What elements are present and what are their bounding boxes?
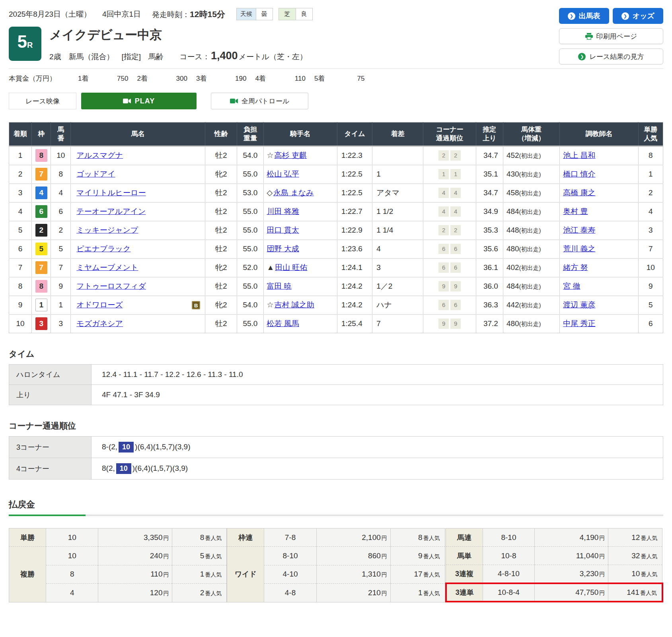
- horse-name-link[interactable]: ミッキージャンプ: [76, 225, 138, 235]
- carried-weight-cell: 55.0: [237, 221, 263, 240]
- popularity-value: 1: [418, 588, 423, 597]
- frame-badge: 7: [35, 168, 47, 181]
- table-row: 466テーオーアルアイン牡255.0川田 将雅1:22.71 1/24434.9…: [9, 202, 663, 221]
- carried-weight-cell: 53.0: [237, 184, 263, 202]
- print-page-button[interactable]: 印刷用ページ: [559, 28, 663, 44]
- trainer-link[interactable]: 緒方 努: [563, 263, 588, 272]
- trainer-link[interactable]: 宮 徹: [563, 282, 580, 290]
- agari-value: 4F 47.1 - 3F 34.9: [92, 385, 663, 405]
- payout-row: 単勝103,350円8番人気: [9, 528, 227, 547]
- horse-name-link[interactable]: マイリトルヒーロー: [76, 188, 146, 198]
- race-title-block: メイクデビュー中京 2歳 新馬（混合） [指定] 馬齢 コース：1,400メート…: [49, 27, 307, 62]
- horse-name-wrap: オドワローズB: [76, 300, 200, 310]
- combination-cell: 4-8-10: [483, 565, 535, 583]
- prize-place: 4着: [255, 74, 265, 83]
- trainer-link[interactable]: 中尾 秀正: [563, 319, 595, 328]
- race-date: 2025年8月23日（土曜）: [9, 9, 91, 19]
- odds-button[interactable]: ❯オッズ: [613, 8, 663, 24]
- entries-button[interactable]: ❯出馬表: [559, 8, 609, 24]
- frame-cell: 7: [32, 165, 51, 184]
- jockey-cell: 松山 弘平: [263, 165, 337, 184]
- corner-positions: 44: [425, 188, 474, 198]
- popularity-value: 141: [627, 588, 639, 596]
- amount-value: 4,190: [580, 533, 599, 542]
- popularity-value: 5: [200, 552, 205, 560]
- trainer-link[interactable]: 渡辺 薫彦: [563, 301, 595, 309]
- body-weight-value: 452: [506, 151, 519, 159]
- corner-positions: 99: [425, 318, 474, 329]
- prize-amount: 300: [148, 75, 187, 83]
- payout-amount-cell: 47,750円: [535, 583, 608, 602]
- horse-name-link[interactable]: テーオーアルアイン: [76, 206, 146, 217]
- body-weight-value: 480: [506, 245, 519, 253]
- jockey-link[interactable]: 吉村 誠之助: [275, 301, 314, 309]
- payout-row: 枠連7-82,100円8番人気: [227, 528, 445, 547]
- jockey-link[interactable]: 田口 貫太: [267, 226, 299, 234]
- amount-value: 210: [368, 588, 381, 597]
- amount-value: 120: [150, 588, 163, 597]
- horse-number-cell: 6: [51, 202, 71, 221]
- payout-popularity-cell: 5番人気: [172, 547, 227, 565]
- prize-item: 4着110: [255, 74, 314, 83]
- payout-amount-cell: 11,040円: [535, 547, 608, 565]
- horse-name-link[interactable]: ゴッドアイ: [76, 169, 115, 179]
- jockey-link[interactable]: 富田 暁: [267, 282, 292, 290]
- horse-name-link[interactable]: ミヤムーブメント: [76, 262, 138, 273]
- payout-table: 馬連8-104,190円12番人気馬単10-811,040円32番人気3連複4-…: [445, 528, 663, 602]
- combination-cell: 8-10: [483, 528, 535, 547]
- race-meeting: 4回中京1日: [102, 9, 141, 19]
- frame-cell: 8: [32, 277, 51, 296]
- patrol-video-button[interactable]: 全周パトロール: [211, 93, 308, 109]
- video-camera-icon: [230, 98, 238, 104]
- rank-cell: 7: [9, 258, 32, 277]
- corner-pass-cell: 66: [423, 240, 476, 258]
- jockey-wrap: ◇永島 まなみ: [267, 188, 335, 198]
- jockey-link[interactable]: 松山 弘平: [267, 170, 299, 178]
- trainer-link[interactable]: 荒川 義之: [563, 245, 595, 253]
- horse-name-link[interactable]: アルスマグナ: [76, 150, 123, 161]
- corner-position-box: 6: [450, 300, 461, 310]
- popularity-cell: 6: [638, 315, 663, 333]
- page-action-buttons: ❯出馬表 ❯オッズ 印刷用ページ ❯レース結果の見方: [559, 8, 663, 64]
- trainer-link[interactable]: 奥村 豊: [563, 207, 588, 216]
- trainer-cell: 中尾 秀正: [560, 315, 638, 333]
- agari-label: 上り: [9, 385, 92, 405]
- yen-suffix: 円: [163, 535, 169, 541]
- jockey-link[interactable]: 団野 大成: [267, 245, 299, 253]
- trainer-link[interactable]: 橋口 慎介: [563, 170, 595, 178]
- horse-name-link[interactable]: ピエナブラック: [76, 244, 131, 254]
- jockey-link[interactable]: 高杉 吏麒: [275, 151, 307, 159]
- trainer-cell: 宮 徹: [560, 277, 638, 296]
- margin-cell: 1: [372, 165, 423, 184]
- jockey-link[interactable]: 永島 まなみ: [273, 188, 314, 197]
- trainer-link[interactable]: 池上 昌和: [563, 151, 595, 159]
- jockey-link[interactable]: 川田 将雅: [267, 207, 299, 216]
- prize-amount: 75: [325, 75, 364, 83]
- jockey-link[interactable]: 田山 旺佑: [275, 263, 307, 272]
- margin-cell: 4: [372, 240, 423, 258]
- results-guide-button[interactable]: ❯レース結果の見方: [559, 49, 663, 64]
- yen-suffix: 円: [382, 590, 387, 596]
- corner-position-box: 9: [450, 281, 461, 291]
- trainer-link[interactable]: 池江 泰寿: [563, 226, 595, 234]
- prize-place: 2着: [137, 74, 147, 83]
- horse-name-link[interactable]: モズガネシア: [76, 318, 123, 329]
- frame-cell: 2: [32, 221, 51, 240]
- amount-value: 47,750: [575, 588, 598, 596]
- trainer-link[interactable]: 高橋 康之: [563, 188, 595, 197]
- corner-position-box: 2: [438, 150, 449, 161]
- yen-suffix: 円: [382, 571, 387, 578]
- jockey-link[interactable]: 松若 風馬: [267, 319, 299, 328]
- corner-position-box: 9: [438, 281, 449, 291]
- combination-cell: 4-10: [264, 565, 316, 583]
- payout-popularity-cell: 10番人気: [608, 565, 662, 583]
- horse-name-link[interactable]: フトゥーロスフィダ: [76, 281, 146, 291]
- body-weight-cell: 480(初出走): [503, 240, 559, 258]
- horse-name-link[interactable]: オドワローズ: [76, 300, 123, 310]
- sex-age-cell: 牡2: [205, 146, 237, 165]
- popularity-value: 2: [200, 588, 205, 597]
- play-video-button[interactable]: PLAY: [81, 93, 197, 109]
- frame-badge: 7: [35, 261, 47, 274]
- corner-position-box: 6: [438, 244, 449, 254]
- horse-name-cell: マイリトルヒーロー: [71, 184, 205, 202]
